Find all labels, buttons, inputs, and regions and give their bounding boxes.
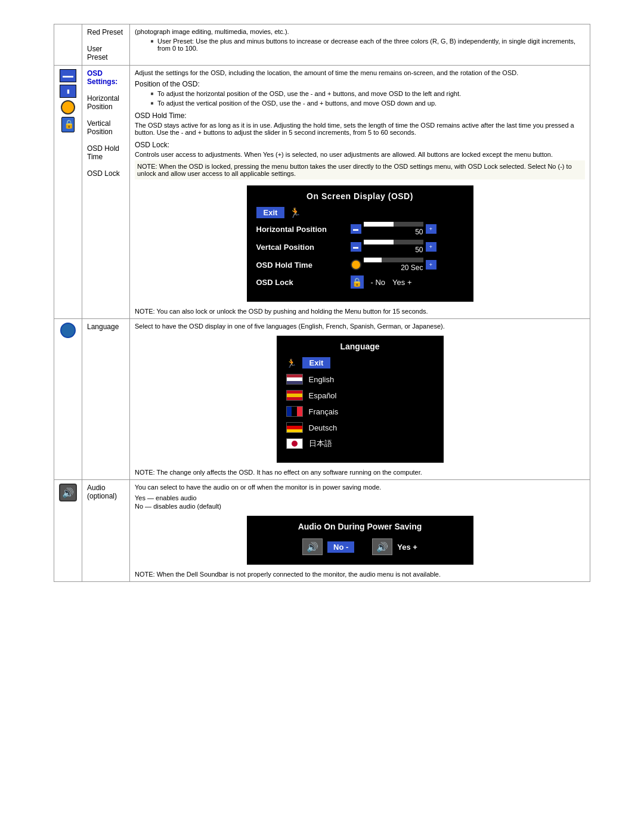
audio-speaker-icon: 🔊 [59, 484, 77, 501]
lang-english-row[interactable]: English [286, 373, 434, 386]
audio-options-row: 🔊 No - 🔊 Yes + [256, 538, 464, 555]
horiz-minus-icon: ▬ [351, 224, 361, 234]
audio-label-cell: Audio (optional) [82, 480, 130, 582]
lock-yes-option[interactable]: Yes + [392, 278, 411, 287]
osd-lock-label: OSD Lock [87, 169, 120, 178]
osd-lock-note: NOTE: When the OSD is locked, pressing t… [135, 160, 585, 179]
audio-no-option[interactable]: 🔊 No - [302, 538, 354, 555]
lang-exit-row: 🏃 Exit [286, 356, 434, 370]
vert-slider-bar[interactable] [364, 240, 423, 244]
lock-desc: Controls user access to adjustments. Whe… [135, 151, 585, 158]
hold-value: 20 Sec [364, 264, 423, 272]
audio-content-cell: You can select to have the audio on or o… [130, 480, 590, 582]
lang-deutsch-label: Deutsch [309, 423, 338, 432]
vert-value: 50 [364, 246, 423, 254]
lock-header: OSD Lock: [135, 141, 585, 149]
osd-horiz-icon: ▬▬ [60, 69, 76, 82]
horiz-value: 50 [364, 228, 423, 236]
hold-plus-icon: + [426, 260, 436, 270]
hold-slider-container: 20 Sec + [351, 258, 436, 272]
flag-jp-icon [286, 438, 303, 449]
horizontal-desc: To adjust the horizontal position of the… [157, 90, 585, 97]
osd-display: On Screen Display (OSD) Exit 🏃 Horizonta… [247, 185, 473, 302]
osd-lock-options: 🔒 - No Yes + [351, 275, 412, 289]
flag-us-icon [286, 374, 303, 385]
vert-slider-holder: 50 [364, 240, 423, 254]
flag-de-icon [286, 422, 303, 433]
osd-vert-row: Vertcal Position ▬ 50 + [256, 240, 464, 254]
horiz-slider-holder: 50 [364, 222, 423, 236]
osd-exit-button[interactable]: Exit [256, 207, 285, 218]
osd-exit-row: Exit 🏃 [256, 207, 464, 218]
osd-vert-label: Vertcal Position [256, 243, 346, 252]
hold-time-desc: The OSD stays active for as long as it i… [135, 122, 585, 136]
audio-no-desc: No — disables audio (default) [135, 503, 585, 510]
lang-espanol-row[interactable]: Español [286, 389, 434, 402]
osd-description: Adjust the settings for the OSD, includi… [135, 69, 585, 76]
language-label-cell: Language [82, 319, 130, 480]
osd-hold-row: OSD Hold Time 20 Sec + [256, 258, 464, 272]
flag-fr-icon [286, 406, 303, 417]
osd-horiz-row: Horizontal Position ▬ 50 + [256, 222, 464, 236]
horiz-slider-container: ▬ 50 + [351, 222, 436, 236]
audio-description: You can select to have the audio on or o… [135, 484, 585, 491]
lang-japanese-row[interactable]: 日本語 [286, 437, 434, 450]
hold-slider-bar[interactable] [364, 258, 423, 262]
horiz-plus-icon: + [426, 224, 436, 234]
vert-plus-icon: + [426, 242, 436, 252]
audio-no-button[interactable]: No - [327, 541, 354, 553]
label-cell-top: Red Preset User Preset [82, 24, 130, 66]
user-preset-label: User Preset [87, 45, 108, 61]
lang-espanol-label: Español [309, 391, 337, 400]
lang-francais-row[interactable]: Français [286, 405, 434, 418]
osd-icon-group: ▬▬ ▮ 🔒 [59, 69, 77, 132]
lang-francais-label: Français [309, 407, 339, 416]
icon-cell-top [54, 24, 82, 66]
osd-icons-cell: ▬▬ ▮ 🔒 [54, 66, 82, 319]
lang-japanese-label: 日本語 [309, 438, 332, 449]
osd-hold-time-label: OSD Hold Time [87, 144, 119, 161]
audio-yes-label: Yes + [397, 543, 417, 552]
osd-display-title: On Screen Display (OSD) [256, 191, 464, 201]
osd-label-cell: OSD Settings: Horizontal Position Vertic… [82, 66, 130, 319]
language-display: Language 🏃 Exit English Español [277, 336, 444, 463]
vert-slider-container: ▬ 50 + [351, 240, 436, 254]
lang-exit-button[interactable]: Exit [302, 357, 331, 368]
vertical-desc: To adjust the vertical position of the O… [157, 100, 585, 107]
lang-deutsch-row[interactable]: Deutsch [286, 421, 434, 434]
osd-lock-display-label: OSD Lock [256, 278, 346, 287]
audio-yes-option[interactable]: 🔊 Yes + [372, 538, 417, 555]
audio-note: NOTE: When the Dell Soundbar is not prop… [135, 571, 585, 578]
position-header: Position of the OSD: [135, 80, 585, 88]
user-preset-desc: User Preset: Use the plus and minus butt… [157, 38, 585, 52]
audio-display-title: Audio On During Power Saving [256, 522, 464, 531]
audio-no-icon: 🔊 [302, 538, 323, 555]
lock-icon-display: 🔒 [351, 275, 364, 289]
osd-hold-label: OSD Hold Time [256, 261, 346, 270]
osd-lock-osd-row: OSD Lock 🔒 - No Yes + [256, 275, 464, 289]
osd-settings-label: OSD Settings: [87, 69, 117, 86]
hold-slider-holder: 20 Sec [364, 258, 423, 272]
audio-yes-desc: Yes — enables audio [135, 494, 585, 501]
content-cell-top: (photograph image editing, multimedia, m… [130, 24, 590, 66]
audio-label: Audio (optional) [87, 484, 117, 500]
language-label: Language [87, 323, 119, 331]
horizontal-position-label: Horizontal Position [87, 94, 119, 111]
horiz-slider-bar[interactable] [364, 222, 423, 227]
language-description: Select to have the OSD display in one of… [135, 323, 585, 330]
lang-running-man-icon: 🏃 [286, 358, 296, 368]
audio-display: Audio On During Power Saving 🔊 No - 🔊 Ye… [247, 516, 473, 565]
intro-text: (photograph image editing, multimedia, m… [135, 28, 585, 35]
hold-clock-icon [351, 259, 361, 270]
vertical-position-label: Vertical Position [87, 119, 113, 136]
language-content-cell: Select to have the OSD display in one of… [130, 319, 590, 480]
osd-vert-icon: ▮ [60, 85, 76, 98]
language-display-title: Language [286, 342, 434, 351]
globe-icon [60, 323, 76, 338]
lock-no-option[interactable]: - No [371, 278, 386, 287]
audio-icon-cell: 🔊 [54, 480, 82, 582]
vert-minus-icon: ▬ [351, 242, 361, 252]
audio-yes-icon: 🔊 [372, 538, 392, 555]
language-note: NOTE: The change only affects the OSD. I… [135, 469, 585, 476]
osd-lock-icon: 🔒 [61, 117, 75, 132]
